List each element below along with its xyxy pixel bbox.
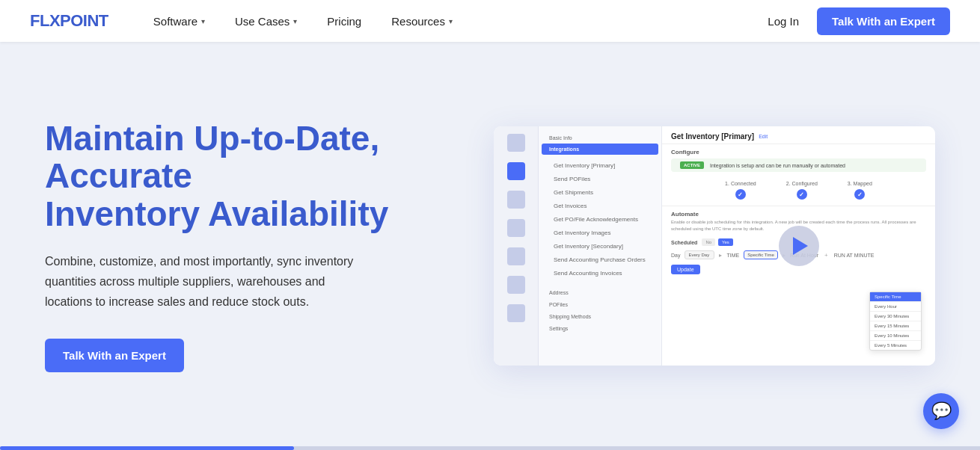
sidebar-icon-3 [507, 191, 525, 209]
nav-resources[interactable]: Resources ▾ [391, 15, 453, 28]
nav-use-cases[interactable]: Use Cases ▾ [235, 15, 297, 28]
time-label: TIME [726, 253, 739, 258]
app-sidebar [494, 126, 539, 366]
dropdown-item-3[interactable]: Every 30 Minutes [870, 312, 921, 321]
time-dropdown: Specific Time Every Hour Every 30 Minute… [869, 292, 922, 351]
configure-label: Configure [662, 144, 935, 158]
step-2-circle: ✓ [797, 189, 807, 200]
app-screenshot: Basic Info Integrations Get Inventory [P… [494, 126, 935, 366]
dropdown-item-1[interactable]: Specific Time [870, 292, 921, 302]
sidebar-icon-4 [507, 219, 525, 237]
hero-cta-button[interactable]: Talk With an Expert [45, 339, 184, 372]
brand-name: FLXPOINT [30, 11, 108, 31]
left-nav-integrations[interactable]: Integrations [542, 144, 658, 155]
day-label: Day [671, 253, 680, 258]
left-item-4[interactable]: Get Invoices [542, 200, 658, 212]
status-text: Integration is setup and can be run manu… [710, 163, 845, 168]
play-icon [793, 237, 808, 255]
step-1-circle: ✓ [735, 189, 746, 200]
left-item-8[interactable]: Send Accounting Purchase Orders [542, 253, 658, 266]
dropdown-item-5[interactable]: Every 10 Minutes [870, 331, 921, 341]
sidebar-icon-2 [507, 162, 525, 180]
left-nav-address[interactable]: Address [542, 287, 658, 298]
left-item-5[interactable]: Get PO/File Acknowledgements [542, 213, 658, 226]
chevron-down-icon: ▾ [449, 17, 453, 25]
left-item-3[interactable]: Get Shipments [542, 186, 658, 199]
hero-content: Maintain Up-to-Date, Accurate Inventory … [45, 120, 434, 372]
progress-fill [0, 446, 294, 450]
left-item-9[interactable]: Send Accounting Invoices [542, 267, 658, 280]
chevron-down-icon: ▾ [201, 17, 205, 25]
app-left-panel: Basic Info Integrations Get Inventory [P… [539, 126, 662, 366]
nav-software[interactable]: Software ▾ [153, 15, 205, 28]
time-select[interactable]: Specific Time [744, 250, 778, 259]
play-button[interactable] [779, 226, 819, 266]
run-at-minute-label: RUN AT MINUTE [834, 253, 875, 258]
arrow-icon: ▸ [719, 252, 722, 259]
dropdown-item-4[interactable]: Every 15 Minutes [870, 321, 921, 331]
chat-bubble[interactable]: 💬 [923, 393, 959, 429]
toggle-yes[interactable]: Yes [718, 238, 733, 246]
left-item-7[interactable]: Get Inventory [Secondary] [542, 240, 658, 253]
toggle-no[interactable]: No [702, 238, 715, 246]
sidebar-icon-7 [507, 304, 525, 322]
status-badge: ACTIVE [680, 161, 704, 169]
left-item-2[interactable]: Send POFiles [542, 173, 658, 185]
nav-links: Software ▾ Use Cases ▾ Pricing Resources… [153, 15, 768, 28]
sidebar-icon-1 [507, 134, 525, 152]
day-select[interactable]: Every Day [685, 250, 714, 259]
left-nav-basic-info[interactable]: Basic Info [542, 133, 658, 143]
left-item-6[interactable]: Get Inventory Images [542, 226, 658, 239]
left-item-1[interactable]: Get Inventory [Primary] [542, 159, 658, 172]
step-2: 2. Configured ✓ [786, 181, 818, 200]
left-nav-settings[interactable]: Settings [542, 323, 658, 334]
app-status-bar: ACTIVE Integration is setup and can be r… [671, 158, 926, 172]
chevron-down-icon: ▾ [293, 17, 297, 25]
login-link[interactable]: Log In [768, 15, 799, 28]
logo[interactable]: FLXPOINT [30, 11, 108, 31]
scheduled-label: Scheduled [671, 240, 697, 245]
toggle-group: No Yes [702, 238, 732, 246]
hero-title: Maintain Up-to-Date, Accurate Inventory … [45, 120, 434, 233]
step-1: 1. Connected ✓ [725, 181, 756, 200]
automate-label: Automate [662, 206, 935, 219]
dropdown-item-6[interactable]: Every 5 Minutes [870, 341, 921, 350]
step-3: 3. Mapped ✓ [848, 181, 872, 200]
navbar: FLXPOINT Software ▾ Use Cases ▾ Pricing … [0, 0, 980, 42]
save-btn[interactable]: Update [671, 265, 700, 274]
hero-title-line2: Inventory Availability [45, 194, 388, 233]
app-main-title: Get Inventory [Primary] [671, 132, 754, 141]
hero-section: Maintain Up-to-Date, Accurate Inventory … [0, 42, 980, 450]
nav-pricing[interactable]: Pricing [327, 15, 361, 28]
chat-icon: 💬 [931, 401, 952, 421]
progress-bar [0, 446, 980, 450]
sidebar-icon-5 [507, 247, 525, 265]
app-main-header: Get Inventory [Primary] Edit [662, 126, 935, 144]
hero-title-line1: Maintain Up-to-Date, Accurate [45, 120, 434, 195]
left-nav-shipping[interactable]: Shipping Methods [542, 311, 658, 322]
left-nav-pofiles[interactable]: POFiles [542, 299, 658, 310]
hero-subtitle: Combine, customize, and most importantly… [45, 251, 374, 312]
nav-actions: Log In Talk With an Expert [768, 7, 950, 35]
app-main-content: Get Inventory [Primary] Edit Configure A… [662, 126, 935, 366]
app-edit-link[interactable]: Edit [759, 134, 768, 139]
dropdown-item-2[interactable]: Every Hour [870, 302, 921, 312]
hero-image: Basic Info Integrations Get Inventory [P… [464, 126, 935, 366]
sidebar-icon-6 [507, 276, 525, 294]
step-3-circle: ✓ [854, 189, 865, 200]
app-steps: 1. Connected ✓ 2. Configured ✓ 3. Mapped… [662, 175, 935, 206]
nav-cta-button[interactable]: Talk With an Expert [817, 7, 950, 35]
